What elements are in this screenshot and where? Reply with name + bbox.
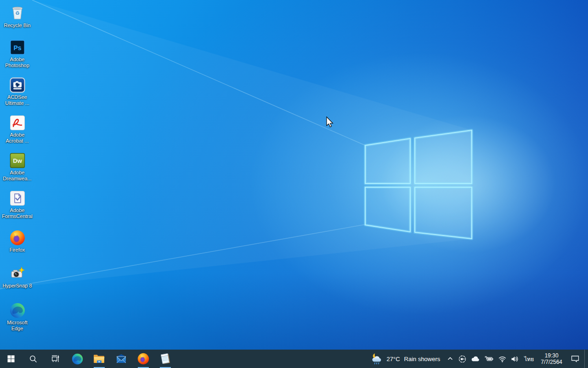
desktop-icon-adobe-photoshop[interactable]: Ps Adobe Photoshop [0, 40, 34, 69]
edge-icon [72, 353, 83, 365]
svg-text:♻: ♻ [15, 10, 19, 16]
meet-now-button[interactable] [456, 350, 469, 368]
onedrive-cloud-icon [471, 356, 480, 362]
acdsee-icon [10, 77, 25, 93]
weather-condition: Rain showers [404, 356, 441, 362]
desktop[interactable]: ♻ Recycle Bin Ps Adobe Photoshop [0, 0, 588, 350]
svg-text:Ps: Ps [13, 44, 21, 52]
hypersnap-icon [10, 266, 25, 282]
icon-label: HyperSnap 8 [2, 283, 32, 289]
desktop-icon-recycle-bin[interactable]: ♻ Recycle Bin [0, 5, 34, 29]
desktop-icon-firefox[interactable]: Firefox [0, 230, 34, 253]
photoshop-icon: Ps [10, 40, 25, 55]
start-icon [7, 355, 15, 362]
hidden-icons-button[interactable] [444, 350, 456, 368]
icon-label: Recycle Bin [4, 23, 30, 29]
icon-label: ACDSee Ultimate ... [1, 94, 34, 106]
wifi-button[interactable] [496, 350, 509, 368]
onedrive-button[interactable] [469, 350, 482, 368]
chevron-up-icon [447, 355, 454, 362]
notification-bubble-icon [571, 355, 580, 363]
start-button[interactable] [0, 350, 22, 368]
taskbar-firefox-button[interactable] [132, 350, 154, 368]
desktop-icon-microsoft-edge[interactable]: Microsoft Edge [0, 303, 34, 332]
clock-time: 19:30 [541, 352, 562, 359]
wifi-icon [498, 355, 506, 363]
desktop-icon-acdsee[interactable]: ACDSee Ultimate ... [0, 77, 34, 106]
firefox-icon [10, 230, 25, 246]
recycle-bin-icon: ♻ [9, 5, 26, 21]
icon-label: Adobe FormsCentral [1, 207, 34, 219]
formscentral-icon [10, 190, 25, 206]
acrobat-icon [10, 115, 25, 131]
svg-text:Dw: Dw [13, 157, 22, 164]
desktop-icon-adobe-dreamweaver[interactable]: Dw Adobe Dreamwea... [0, 153, 34, 182]
icon-label: Firefox [10, 247, 25, 253]
rain-showers-night-icon [371, 353, 383, 365]
icon-label: Microsoft Edge [1, 320, 34, 332]
search-icon [29, 355, 37, 363]
battery-charging-icon [484, 355, 494, 362]
battery-button[interactable] [482, 350, 496, 368]
search-button[interactable] [22, 350, 44, 368]
desktop-icon-hypersnap[interactable]: HyperSnap 8 [0, 266, 34, 289]
taskbar-mail-button[interactable] [110, 350, 132, 368]
action-center-button[interactable] [566, 350, 584, 368]
file-explorer-icon [93, 353, 105, 364]
taskbar-file-explorer-button[interactable] [88, 350, 110, 368]
taskbar-clock[interactable]: 19:30 7/7/2564 [537, 350, 566, 368]
volume-button[interactable] [509, 350, 521, 368]
desktop-icon-adobe-formscentral[interactable]: Adobe FormsCentral [0, 190, 34, 219]
desktop-icon-adobe-acrobat[interactable]: Adobe Acrobat ... [0, 115, 34, 144]
clock-date: 7/7/2564 [541, 359, 562, 365]
taskbar-notepad-button[interactable] [154, 350, 176, 368]
icon-label: Adobe Photoshop [1, 57, 34, 69]
meet-now-icon [458, 355, 466, 363]
system-tray: 27°C Rain showers [367, 350, 588, 368]
edge-icon [10, 303, 25, 318]
weather-widget[interactable]: 27°C Rain showers [367, 350, 444, 368]
task-view-button[interactable] [44, 350, 66, 368]
wallpaper-windows-logo [0, 0, 588, 350]
weather-temperature: 27°C [386, 356, 400, 362]
firefox-icon [137, 353, 149, 365]
notepad-icon [159, 353, 171, 365]
task-view-icon [51, 355, 59, 363]
speaker-icon [511, 355, 519, 363]
dreamweaver-icon: Dw [10, 153, 25, 168]
taskbar-edge-button[interactable] [66, 350, 88, 368]
mail-icon [116, 354, 127, 364]
icon-label: Adobe Dreamwea... [1, 170, 34, 182]
taskbar: 27°C Rain showers [0, 350, 588, 368]
icon-label: Adobe Acrobat ... [1, 132, 34, 144]
show-desktop-button[interactable] [584, 350, 588, 368]
language-indicator[interactable]: ไทย [521, 350, 537, 368]
